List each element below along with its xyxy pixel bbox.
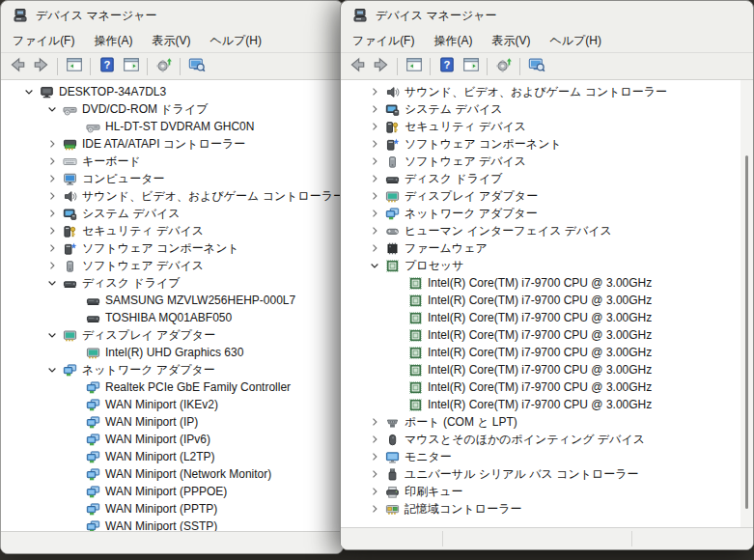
scrollbar-thumb[interactable]	[745, 155, 748, 509]
menu-item[interactable]: 表示(V)	[482, 31, 540, 51]
chevron-right-icon[interactable]	[43, 188, 61, 204]
chevron-right-icon[interactable]	[366, 223, 383, 238]
tree-item[interactable]: IDE ATA/ATAPI コントローラー	[1, 135, 343, 153]
tree-item[interactable]: サウンド、ビデオ、およびゲーム コントローラー	[1, 187, 343, 205]
tree-item[interactable]: Intel(R) UHD Graphics 630	[1, 344, 343, 361]
chevron-right-icon[interactable]	[43, 171, 61, 186]
chevron-right-icon[interactable]	[366, 171, 383, 186]
menu-item[interactable]: ファイル(F)	[343, 31, 424, 51]
back-arrow-button[interactable]	[345, 56, 369, 77]
action-pane-button[interactable]	[119, 56, 143, 77]
scan-hardware-button[interactable]	[491, 56, 516, 77]
help-button[interactable]: ?	[95, 56, 119, 77]
menu-item[interactable]: 表示(V)	[142, 31, 200, 51]
chevron-right-icon[interactable]	[366, 136, 383, 152]
chevron-right-icon[interactable]	[43, 154, 61, 169]
help-button[interactable]: ?	[434, 56, 459, 77]
title-bar[interactable]: デバイス マネージャー	[1, 1, 343, 30]
remote-search-button[interactable]	[184, 56, 209, 77]
chevron-down-icon[interactable]	[20, 84, 38, 99]
tree-item[interactable]: ネットワーク アダプター	[341, 205, 753, 222]
tree-item[interactable]: WAN Miniport (PPPOE)	[1, 483, 343, 500]
tree-item[interactable]: Intel(R) Core(TM) i7-9700 CPU @ 3.00GHz	[341, 274, 753, 292]
console-tree-button[interactable]	[62, 56, 86, 77]
tree-item[interactable]: DVD/CD-ROM ドライブ	[1, 100, 343, 118]
tree-item[interactable]: WAN Miniport (L2TP)	[1, 448, 343, 465]
tree-item[interactable]: Intel(R) Core(TM) i7-9700 CPU @ 3.00GHz	[341, 309, 753, 326]
chevron-right-icon[interactable]	[43, 258, 61, 273]
chevron-down-icon[interactable]	[43, 327, 61, 343]
tree-item[interactable]: Intel(R) Core(TM) i7-9700 CPU @ 3.00GHz	[341, 396, 753, 413]
tree-item[interactable]: ソフトウェア コンポーネント	[341, 135, 753, 153]
tree-item[interactable]: WAN Miniport (IP)	[1, 413, 343, 431]
back-arrow-button[interactable]	[5, 56, 29, 77]
tree-item[interactable]: マウスとそのほかのポインティング デバイス	[341, 431, 753, 448]
tree-item[interactable]: ディスプレイ アダプター	[341, 187, 753, 205]
action-pane-button[interactable]	[459, 56, 483, 77]
chevron-down-icon[interactable]	[366, 258, 383, 273]
tree-item[interactable]: ソフトウェア デバイス	[1, 257, 343, 274]
chevron-right-icon[interactable]	[43, 223, 61, 238]
tree-item[interactable]: Realtek PCIe GbE Family Controller	[1, 378, 343, 396]
device-manager-window-foreground[interactable]: デバイス マネージャー ファイル(F)操作(A)表示(V)ヘルプ(H) ? サウ…	[340, 0, 754, 550]
tree-item[interactable]: キーボード	[1, 153, 343, 170]
tree-item[interactable]: 記憶域コントローラー	[341, 500, 753, 518]
tree-item[interactable]: サウンド、ビデオ、およびゲーム コントローラー	[341, 83, 753, 100]
tree-item[interactable]: 印刷キュー	[341, 483, 753, 500]
menu-item[interactable]: ファイル(F)	[3, 31, 84, 51]
tree-item[interactable]: ディスク ドライブ	[1, 274, 343, 292]
menu-item[interactable]: 操作(A)	[84, 31, 142, 51]
chevron-right-icon[interactable]	[366, 206, 383, 221]
tree-item[interactable]: モニター	[341, 448, 753, 465]
chevron-right-icon[interactable]	[366, 449, 383, 464]
chevron-right-icon[interactable]	[366, 501, 383, 517]
tree-item[interactable]: Intel(R) Core(TM) i7-9700 CPU @ 3.00GHz	[341, 326, 753, 344]
tree-item[interactable]: ポート (COM と LPT)	[341, 413, 753, 431]
tree-item[interactable]: WAN Miniport (IPv6)	[1, 431, 343, 448]
tree-item[interactable]: WAN Miniport (PPTP)	[1, 500, 343, 518]
tree-item[interactable]: SAMSUNG MZVLW256HEHP-000L7	[1, 292, 343, 309]
tree-item[interactable]: WAN Miniport (SSTP)	[1, 518, 343, 531]
tree-item[interactable]: WAN Miniport (IKEv2)	[1, 396, 343, 413]
chevron-right-icon[interactable]	[43, 240, 61, 256]
tree-item[interactable]: セキュリティ デバイス	[341, 118, 753, 135]
tree-item[interactable]: TOSHIBA MQ01ABF050	[1, 309, 343, 326]
tree-item[interactable]: ヒューマン インターフェイス デバイス	[341, 222, 753, 239]
minimize-button[interactable]	[608, 1, 656, 30]
tree-item[interactable]: DESKTOP-34A7DL3	[1, 83, 343, 100]
device-manager-window-background[interactable]: デバイス マネージャー ファイル(F)操作(A)表示(V)ヘルプ(H) ? DE…	[0, 0, 344, 554]
tree-item[interactable]: システム デバイス	[341, 100, 753, 118]
console-tree-button[interactable]	[402, 56, 426, 77]
remote-search-button[interactable]	[524, 56, 548, 77]
tree-item[interactable]: Intel(R) Core(TM) i7-9700 CPU @ 3.00GHz	[341, 344, 753, 361]
chevron-right-icon[interactable]	[366, 188, 383, 204]
chevron-right-icon[interactable]	[366, 240, 383, 256]
chevron-right-icon[interactable]	[366, 119, 383, 134]
tree-item[interactable]: ソフトウェア デバイス	[341, 153, 753, 170]
forward-arrow-button[interactable]	[369, 56, 393, 77]
menu-item[interactable]: 操作(A)	[424, 31, 482, 51]
title-bar[interactable]: デバイス マネージャー	[341, 1, 753, 30]
chevron-right-icon[interactable]	[366, 154, 383, 169]
chevron-down-icon[interactable]	[43, 362, 61, 378]
chevron-right-icon[interactable]	[43, 206, 61, 221]
tree-item[interactable]: Intel(R) Core(TM) i7-9700 CPU @ 3.00GHz	[341, 361, 753, 378]
tree-item[interactable]: Intel(R) Core(TM) i7-9700 CPU @ 3.00GHz	[341, 292, 753, 309]
tree-item[interactable]: プロセッサ	[341, 257, 753, 274]
chevron-right-icon[interactable]	[366, 466, 383, 482]
chevron-right-icon[interactable]	[366, 414, 383, 430]
tree-item[interactable]: ディスク ドライブ	[341, 170, 753, 187]
tree-item[interactable]: HL-DT-ST DVDRAM GHC0N	[1, 118, 343, 135]
tree-item[interactable]: ソフトウェア コンポーネント	[1, 239, 343, 257]
chevron-right-icon[interactable]	[366, 101, 383, 117]
tree-item[interactable]: WAN Miniport (Network Monitor)	[1, 465, 343, 483]
chevron-right-icon[interactable]	[366, 432, 383, 447]
menu-item[interactable]: ヘルプ(H)	[200, 31, 271, 51]
tree-item[interactable]: ディスプレイ アダプター	[1, 326, 343, 344]
chevron-right-icon[interactable]	[366, 484, 383, 499]
tree-item[interactable]: システム デバイス	[1, 205, 343, 222]
chevron-right-icon[interactable]	[366, 84, 383, 99]
tree-item[interactable]: セキュリティ デバイス	[1, 222, 343, 239]
tree-item[interactable]: Intel(R) Core(TM) i7-9700 CPU @ 3.00GHz	[341, 378, 753, 396]
chevron-down-icon[interactable]	[43, 275, 61, 291]
